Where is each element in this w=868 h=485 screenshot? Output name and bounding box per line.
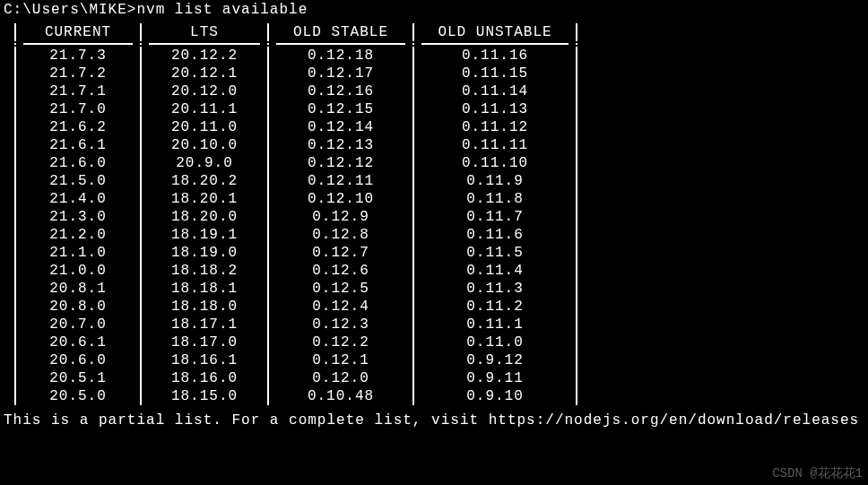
prompt-line: C:\Users\MIKE>nvm list available: [4, 2, 868, 18]
cell-version: 20.12.2: [142, 48, 267, 64]
table-row: 21.6.020.9.00.12.120.11.10: [14, 154, 868, 172]
cell-version: 0.12.16: [269, 83, 412, 100]
cell-version: 20.7.0: [16, 316, 140, 333]
cell-version: 0.9.12: [414, 352, 576, 368]
table-body: 21.7.320.12.20.12.180.11.1621.7.220.12.1…: [14, 47, 868, 405]
cell-version: 20.12.0: [142, 83, 267, 100]
watermark: CSDN @花花花1: [772, 465, 863, 481]
col-separator: [576, 369, 577, 387]
command-text: nvm list available: [136, 2, 308, 18]
col-separator: [576, 43, 577, 45]
col-separator: [576, 23, 577, 41]
table-row: 21.7.220.12.10.12.170.11.15: [14, 65, 868, 82]
cell-version: 0.11.10: [414, 155, 576, 171]
table-row: 21.1.018.19.00.12.70.11.5: [14, 244, 868, 262]
terminal-window[interactable]: C:\Users\MIKE>nvm list available CURRENT…: [0, 0, 868, 429]
col-separator: [576, 316, 577, 333]
cell-version: 21.1.0: [16, 245, 140, 261]
cell-version: 0.11.13: [414, 101, 576, 117]
cell-version: 0.12.12: [269, 155, 412, 171]
cell-version: 0.12.7: [269, 245, 412, 261]
cell-version: 20.10.0: [142, 137, 267, 153]
cell-version: 0.12.13: [269, 137, 412, 153]
table-row: 21.6.120.10.00.12.130.11.11: [14, 136, 868, 154]
underline: [149, 43, 260, 45]
col-separator: [576, 351, 577, 369]
cell-version: 18.20.0: [142, 209, 267, 225]
cell-version: 18.18.1: [142, 281, 267, 297]
cell-version: 0.12.2: [269, 334, 412, 351]
cell-version: 21.6.2: [16, 119, 140, 135]
col-separator: [576, 190, 577, 208]
cell-version: 18.16.0: [142, 370, 267, 386]
col-separator: [576, 208, 577, 226]
col-separator: [412, 43, 414, 45]
cell-version: 21.6.0: [16, 155, 140, 171]
cell-version: 18.17.1: [142, 316, 267, 333]
underline: [276, 43, 405, 45]
col-separator: [576, 154, 577, 172]
table-row: 21.7.120.12.00.12.160.11.14: [14, 82, 868, 100]
cell-version: 0.11.16: [414, 48, 576, 64]
cell-version: 21.6.1: [16, 137, 140, 153]
table-row: 21.7.020.11.10.12.150.11.13: [14, 100, 868, 118]
table-row: 21.2.018.19.10.12.80.11.6: [14, 226, 868, 244]
cell-version: 21.3.0: [16, 209, 140, 225]
underline: [421, 43, 569, 45]
col-header-lts: LTS: [142, 24, 267, 40]
cell-version: 0.12.3: [269, 316, 412, 333]
cell-version: 0.11.5: [414, 245, 576, 261]
cell-version: 0.11.2: [414, 299, 576, 315]
cell-version: 18.15.0: [142, 388, 267, 404]
cell-version: 20.5.1: [16, 370, 140, 386]
cell-version: 0.11.15: [414, 65, 576, 82]
cell-version: 0.12.18: [269, 48, 412, 64]
cell-version: 20.11.0: [142, 119, 267, 135]
cell-version: 0.11.11: [414, 137, 576, 153]
cell-version: 0.12.4: [269, 299, 412, 315]
col-header-old-stable: OLD STABLE: [269, 24, 412, 40]
col-header-current: CURRENT: [16, 24, 140, 40]
col-separator: [576, 82, 577, 100]
table-row: 20.8.018.18.00.12.40.11.2: [14, 298, 868, 316]
cell-version: 18.18.2: [142, 263, 267, 279]
cell-version: 0.12.5: [269, 281, 412, 297]
cell-version: 0.11.7: [414, 209, 576, 225]
cell-version: 20.6.0: [16, 352, 140, 368]
col-separator: [576, 136, 577, 154]
cell-version: 21.0.0: [16, 263, 140, 279]
cell-version: 0.11.6: [414, 227, 576, 243]
cell-version: 20.5.0: [16, 388, 140, 404]
cell-version: 0.10.48: [269, 388, 412, 404]
col-separator: [576, 226, 577, 244]
cell-version: 21.4.0: [16, 191, 140, 207]
cell-version: 0.11.8: [414, 191, 576, 207]
col-separator: [576, 244, 577, 262]
table-row: 21.3.018.20.00.12.90.11.7: [14, 208, 868, 226]
cell-version: 0.9.11: [414, 370, 576, 386]
cell-version: 18.19.1: [142, 227, 267, 243]
table-row: 20.8.118.18.10.12.50.11.3: [14, 280, 868, 298]
cell-version: 0.9.10: [414, 388, 576, 404]
table-row: 20.5.018.15.00.10.480.9.10: [14, 387, 868, 405]
cell-version: 0.12.1: [269, 352, 412, 368]
cell-version: 21.7.2: [16, 65, 140, 82]
cell-version: 0.11.4: [414, 263, 576, 279]
table-row: 21.0.018.18.20.12.60.11.4: [14, 262, 868, 280]
cell-version: 0.11.0: [414, 334, 576, 351]
table-row: 20.6.118.17.00.12.20.11.0: [14, 333, 868, 351]
col-separator: [576, 100, 577, 118]
cell-version: 21.7.3: [16, 48, 140, 64]
table-row: 20.5.118.16.00.12.00.9.11: [14, 369, 868, 387]
cell-version: 0.12.8: [269, 227, 412, 243]
cell-version: 18.16.1: [142, 352, 267, 368]
cell-version: 21.5.0: [16, 173, 140, 189]
col-header-old-unstable: OLD UNSTABLE: [414, 24, 576, 40]
col-separator: [576, 47, 577, 65]
col-separator: [576, 118, 577, 136]
cell-version: 20.12.1: [142, 65, 267, 82]
cell-version: 0.12.17: [269, 65, 412, 82]
col-separator: [140, 43, 142, 45]
header-row: CURRENT LTS OLD STABLE OLD UNSTABLE: [14, 23, 868, 41]
col-separator: [14, 43, 16, 45]
